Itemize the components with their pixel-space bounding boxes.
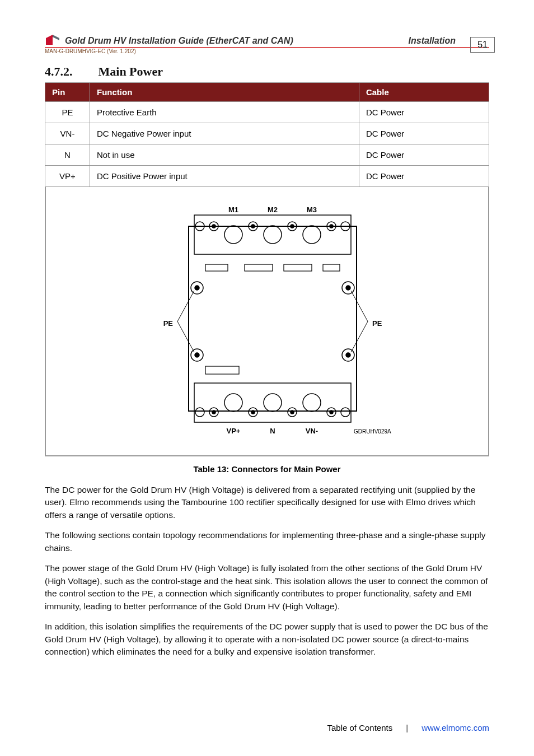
connector-figure: M1 M2 M3 xyxy=(45,187,489,456)
manual-code: MAN-G-DRUMHVIG-EC (Ver. 1.202) xyxy=(45,48,489,54)
label-vn-minus: VN- xyxy=(306,427,318,435)
svg-point-16 xyxy=(195,286,199,290)
svg-rect-43 xyxy=(245,264,273,271)
body-paragraph: The DC power for the Gold Drum HV (High … xyxy=(45,484,489,521)
svg-point-20 xyxy=(195,353,199,357)
drawing-code: GDRUHV029A xyxy=(354,428,391,435)
table-header-row: Pin Function Cable xyxy=(45,83,489,102)
svg-point-22 xyxy=(346,353,350,357)
label-m2: M2 xyxy=(268,206,278,214)
label-vp-plus: VP+ xyxy=(227,427,241,435)
body-paragraph: In addition, this isolation simplifies t… xyxy=(45,620,489,658)
svg-point-39 xyxy=(195,408,204,417)
svg-line-24 xyxy=(177,321,194,352)
svg-point-30 xyxy=(303,394,321,412)
svg-point-3 xyxy=(264,226,282,244)
svg-point-2 xyxy=(224,226,242,244)
cell-pin: VN- xyxy=(45,123,90,144)
label-pe-left: PE xyxy=(163,319,174,328)
page-number: 51 xyxy=(470,37,495,53)
svg-point-38 xyxy=(330,410,333,414)
footer-separator: | xyxy=(406,723,408,732)
svg-point-12 xyxy=(330,225,333,228)
toc-link[interactable]: Table of Contents xyxy=(327,723,392,732)
section-name: Installation xyxy=(409,36,456,46)
page-footer: Table of Contents | www.elmomc.com xyxy=(45,723,489,732)
svg-rect-42 xyxy=(205,264,228,271)
svg-point-28 xyxy=(224,394,242,412)
svg-rect-27 xyxy=(194,383,351,422)
heading-title: Main Power xyxy=(99,64,163,78)
cell-pin: VP+ xyxy=(45,166,90,187)
cell-function: DC Negative Power input xyxy=(90,123,359,144)
svg-point-36 xyxy=(291,410,294,414)
table-row: N Not in use DC Power xyxy=(45,144,489,166)
pin-table: Pin Function Cable PE Protective Earth D… xyxy=(45,82,489,456)
svg-rect-44 xyxy=(284,264,312,271)
col-cable: Cable xyxy=(359,83,489,102)
table-row: VN- DC Negative Power input DC Power xyxy=(45,123,489,144)
cell-function: Protective Earth xyxy=(90,102,359,123)
svg-point-40 xyxy=(341,408,350,417)
cell-pin: PE xyxy=(45,102,90,123)
svg-point-6 xyxy=(212,225,216,228)
cell-cable: DC Power xyxy=(359,166,489,187)
svg-line-23 xyxy=(177,291,194,321)
svg-point-29 xyxy=(264,394,282,412)
col-function: Function xyxy=(90,83,359,102)
website-link[interactable]: www.elmomc.com xyxy=(421,723,489,732)
table-row: VP+ DC Positive Power input DC Power xyxy=(45,166,489,187)
cell-cable: DC Power xyxy=(359,144,489,166)
svg-rect-1 xyxy=(194,215,351,254)
section-heading: 4.7.2. Main Power xyxy=(45,64,489,79)
cell-pin: N xyxy=(45,144,90,166)
svg-rect-45 xyxy=(323,264,340,271)
label-m3: M3 xyxy=(307,206,317,214)
heading-number: 4.7.2. xyxy=(45,64,95,79)
table-row: PE Protective Earth DC Power xyxy=(45,102,489,123)
figure-caption: Table 13: Connectors for Main Power xyxy=(45,464,489,474)
label-n: N xyxy=(270,427,275,435)
body-paragraph: The following sections contain topology … xyxy=(45,529,489,554)
cell-cable: DC Power xyxy=(359,102,489,123)
svg-point-34 xyxy=(251,410,255,414)
svg-line-26 xyxy=(351,321,368,352)
body-paragraph: The power stage of the Gold Drum HV (Hig… xyxy=(45,562,489,613)
page-header: Gold Drum HV Installation Guide (EtherCA… xyxy=(45,34,489,48)
svg-point-32 xyxy=(212,410,216,414)
svg-rect-41 xyxy=(205,366,239,374)
col-pin: Pin xyxy=(45,83,90,102)
svg-point-8 xyxy=(251,225,255,228)
svg-point-4 xyxy=(303,226,321,244)
cell-function: Not in use xyxy=(90,144,359,166)
svg-point-10 xyxy=(291,225,294,228)
svg-line-25 xyxy=(351,291,368,321)
cell-function: DC Positive Power input xyxy=(90,166,359,187)
cell-cable: DC Power xyxy=(359,123,489,144)
elmo-logo-icon xyxy=(45,34,60,46)
doc-title: Gold Drum HV Installation Guide (EtherCA… xyxy=(65,36,293,46)
label-pe-right: PE xyxy=(372,319,382,328)
svg-point-18 xyxy=(346,286,350,290)
label-m1: M1 xyxy=(228,206,238,214)
figure-row: M1 M2 M3 xyxy=(45,187,489,456)
